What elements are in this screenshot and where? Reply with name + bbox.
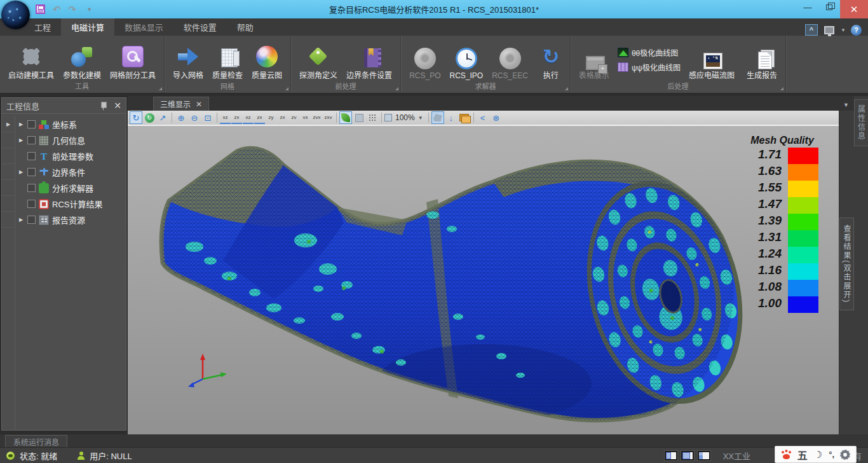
layout-wide-panel-icon[interactable]	[681, 451, 694, 460]
system-messages-tab[interactable]: 系统运行消息	[5, 435, 67, 447]
zoom-window-button[interactable]: ⊡	[201, 111, 214, 124]
shaded-mode-button[interactable]	[339, 111, 352, 124]
generate-report-button[interactable]: 生成报告	[742, 38, 782, 81]
theta-polarization-curve-button[interactable]: θθ极化曲线图	[618, 47, 681, 58]
tree-item-report-resources[interactable]: ▶ 报告资源	[15, 212, 126, 228]
restore-button[interactable]	[818, 0, 840, 14]
dialog-launcher-icon[interactable]	[159, 87, 162, 90]
zoom-out-button[interactable]: ⊖	[188, 111, 201, 124]
orbit-button[interactable]: ↻	[143, 111, 156, 124]
close-icon[interactable]: ✕	[114, 101, 121, 110]
psi-polarization-curve-button[interactable]: ψψ极化曲线图	[618, 62, 681, 73]
dialog-launcher-icon[interactable]	[395, 87, 398, 90]
ime-settings-gear-icon[interactable]	[841, 450, 850, 459]
rcs-ipo-button[interactable]: RCS_IPO	[445, 38, 487, 81]
tab-help[interactable]: 帮助	[227, 18, 264, 36]
mesh-partition-tool-button[interactable]: 网格剖分工具	[105, 38, 160, 81]
clear-view-button[interactable]: ⊗	[490, 111, 503, 124]
execute-button[interactable]: ↻ 执行	[536, 38, 566, 81]
zoom-extents-button[interactable]: ↗	[156, 111, 169, 124]
rcs-eec-button[interactable]: RCS_EEC	[487, 38, 532, 81]
app-logo-icon[interactable]	[1, 1, 30, 29]
probe-angle-define-button[interactable]: 探测角定义	[295, 38, 342, 81]
layout-left-panel-icon[interactable]	[665, 451, 677, 460]
view-zx3-button[interactable]: zx	[277, 111, 288, 124]
properties-tab[interactable]: 属性信息	[854, 99, 868, 146]
quality-cloud-map-button[interactable]: 质量云图	[247, 38, 287, 81]
expander-icon[interactable]: ▶	[18, 217, 24, 223]
tab-software-settings[interactable]: 软件设置	[173, 18, 227, 36]
view-zx-button[interactable]: zx	[231, 111, 242, 124]
checkbox[interactable]	[27, 184, 36, 192]
copy-view-button[interactable]	[458, 111, 471, 124]
parametric-modeling-button[interactable]: 参数化建模	[58, 38, 105, 81]
view-iso1-button[interactable]: zv	[288, 111, 299, 124]
checkbox[interactable]	[27, 136, 36, 144]
legend-swatch	[788, 280, 818, 296]
checkbox[interactable]	[27, 168, 36, 176]
tree-item-rcs-results[interactable]: RCS计算结果	[15, 196, 126, 212]
gutter-expander-icon[interactable]: ▶	[2, 116, 15, 132]
tree-item-boundary-conditions[interactable]: ▶ 边界条件	[15, 164, 126, 180]
dialog-launcher-icon[interactable]	[565, 87, 568, 90]
tree-item-coordinate-system[interactable]: ▶ 坐标系	[15, 116, 126, 132]
checkbox[interactable]	[27, 216, 36, 224]
close-button[interactable]: ✕	[840, 0, 868, 18]
view-xz-button[interactable]: xz	[220, 111, 231, 124]
display-switch-button[interactable]	[823, 24, 836, 36]
dialog-launcher-icon[interactable]	[285, 87, 288, 90]
rcs-po-button[interactable]: RCS_PO	[405, 38, 445, 81]
ime-halfwidth-icon[interactable]: ☽	[814, 449, 822, 460]
tree-item-analysis-solver[interactable]: 分析求解器	[15, 180, 126, 196]
tab-list-dropdown-icon[interactable]: ▼	[843, 102, 849, 111]
legend-swatch	[788, 197, 818, 214]
view-iso4-button[interactable]: zxv	[323, 111, 334, 124]
view-iso3-button[interactable]: zvx	[311, 111, 322, 124]
zoom-dropdown-icon[interactable]: ▼	[418, 115, 423, 121]
expander-icon[interactable]: ▶	[18, 169, 24, 175]
view-iso2-button[interactable]: vx	[300, 111, 311, 124]
rotate-view-button[interactable]: ↻	[130, 111, 142, 124]
view-zy-button[interactable]: zy	[266, 111, 276, 124]
dialog-launcher-icon[interactable]	[780, 87, 783, 90]
pin-icon[interactable]	[100, 102, 106, 110]
collapse-ribbon-button[interactable]: ^	[805, 24, 818, 36]
tab-3d-display[interactable]: 三维显示 ✕	[153, 97, 209, 111]
legend-swatch	[788, 181, 818, 197]
tab-em-compute[interactable]: 电磁计算	[61, 18, 114, 36]
minimize-button[interactable]: —	[797, 0, 818, 14]
boundary-condition-settings-button[interactable]: 边界条件设置	[342, 38, 397, 81]
expander-icon[interactable]: ▶	[18, 137, 24, 143]
status-indicator-icon	[6, 452, 15, 460]
ime-logo-icon[interactable]	[782, 450, 791, 459]
close-tab-icon[interactable]: ✕	[196, 100, 202, 109]
tree-item-geometry-info[interactable]: ▶ 几何信息	[15, 132, 126, 148]
help-button[interactable]: ?	[851, 25, 862, 36]
select-polygon-button[interactable]	[431, 111, 444, 124]
display-dropdown-icon[interactable]: ▼	[841, 27, 846, 33]
share-button[interactable]: <	[477, 111, 489, 124]
drop-down-button[interactable]: ↓	[445, 111, 458, 124]
results-tab[interactable]: 查看结果(双击展开)	[839, 218, 854, 310]
table-display-button[interactable]: 表格展示	[574, 38, 614, 81]
tree-item-preprocess-params[interactable]: T 前处理参数	[15, 148, 126, 164]
ime-mode-label[interactable]: 五	[797, 447, 808, 462]
checkbox[interactable]	[27, 152, 36, 160]
tab-data-display[interactable]: 数据&显示	[114, 18, 173, 36]
expander-icon[interactable]: ▶	[18, 121, 24, 127]
viewport-canvas[interactable]: Mesh Quality 1.71 1.63 1.55 1.47 1.39 1.…	[128, 126, 839, 434]
tab-project[interactable]: 工程	[24, 18, 61, 36]
ime-punctuation-icon[interactable]: °,	[829, 450, 834, 459]
view-zx2-button[interactable]: zx	[254, 111, 265, 124]
zoom-in-button[interactable]: ⊕	[175, 111, 187, 124]
checkbox[interactable]	[27, 200, 36, 208]
quality-check-button[interactable]: 质量检查	[208, 38, 247, 81]
import-mesh-button[interactable]: 导入网格	[168, 38, 208, 81]
checkbox[interactable]	[27, 120, 36, 128]
points-mode-button[interactable]	[366, 111, 379, 124]
layout-split-panel-icon[interactable]	[698, 451, 710, 460]
induced-em-current-map-button[interactable]: 感应电磁流图	[684, 38, 739, 81]
view-xz2-button[interactable]: xz	[243, 111, 254, 124]
launch-modeling-tool-button[interactable]: 启动建模工具	[4, 38, 58, 81]
wireframe-mode-button[interactable]	[353, 111, 365, 124]
